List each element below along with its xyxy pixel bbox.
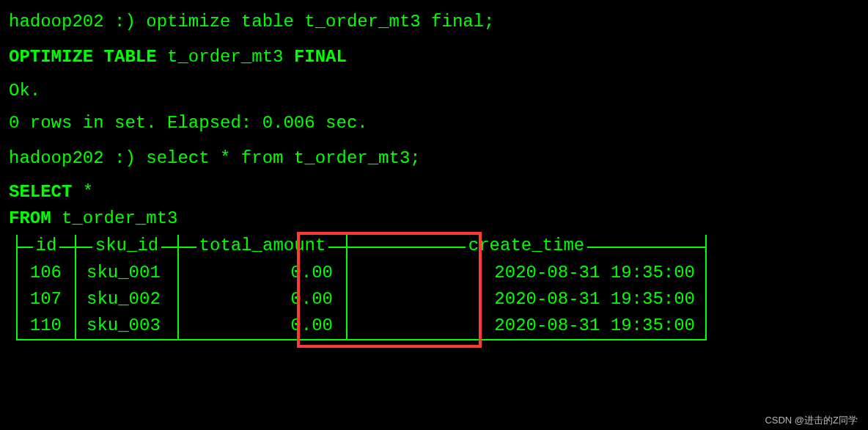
prompt-line-2[interactable]: hadoop202 :) select * from t_order_mt3;	[9, 145, 859, 172]
cell-total-amount: 0.00	[178, 286, 347, 313]
header-sku-id: sku_id	[92, 233, 161, 259]
cell-sku-id: sku_001	[76, 260, 178, 286]
keyword-from: FROM	[9, 208, 51, 228]
cell-total-amount: 0.00	[178, 260, 347, 286]
cell-sku-id: sku_002	[76, 286, 178, 313]
result-table-wrap: id sku_id total_amount create_time 106 s…	[9, 235, 859, 340]
prompt-command: select * from t_order_mt3;	[136, 148, 421, 168]
keyword-final: FINAL	[294, 47, 347, 67]
status-ok: Ok.	[9, 78, 859, 104]
keyword-select: SELECT	[9, 182, 72, 202]
cell-sku-id: sku_003	[76, 313, 178, 340]
prompt-line-1[interactable]: hadoop202 :) optimize table t_order_mt3 …	[9, 9, 859, 35]
table-row: 106 sku_001 0.00 2020-08-31 19:35:00	[17, 260, 706, 286]
watermark: CSDN @进击的Z同学	[765, 413, 858, 428]
header-id: id	[33, 233, 60, 259]
header-total-amount: total_amount	[196, 233, 329, 259]
query-echo-1: OPTIMIZE TABLE t_order_mt3 FINAL	[9, 44, 859, 70]
table-row: 110 sku_003 0.00 2020-08-31 19:35:00	[17, 313, 706, 340]
cell-create-time: 2020-08-31 19:35:00	[347, 286, 706, 313]
cell-create-time: 2020-08-31 19:35:00	[347, 260, 706, 286]
prompt-host: hadoop202 :)	[9, 12, 136, 32]
select-cols: *	[72, 182, 93, 202]
table-name: t_order_mt3	[157, 47, 294, 67]
query-echo-2: SELECT * FROM t_order_mt3	[9, 179, 859, 232]
cell-total-amount: 0.00	[178, 313, 347, 340]
table-header-row: id sku_id total_amount create_time	[17, 235, 706, 260]
header-create-time: create_time	[466, 233, 587, 259]
prompt-command: optimize table t_order_mt3 final;	[136, 12, 495, 32]
prompt-host: hadoop202 :)	[9, 148, 136, 168]
cell-create-time: 2020-08-31 19:35:00	[347, 313, 706, 340]
cell-id: 106	[17, 260, 76, 286]
from-table: t_order_mt3	[51, 208, 178, 228]
cell-id: 110	[17, 313, 76, 340]
cell-id: 107	[17, 286, 76, 313]
result-table: id sku_id total_amount create_time 106 s…	[16, 235, 707, 340]
keyword-optimize: OPTIMIZE TABLE	[9, 47, 157, 67]
elapsed-line: 0 rows in set. Elapsed: 0.006 sec.	[9, 110, 859, 136]
table-row: 107 sku_002 0.00 2020-08-31 19:35:00	[17, 286, 706, 313]
